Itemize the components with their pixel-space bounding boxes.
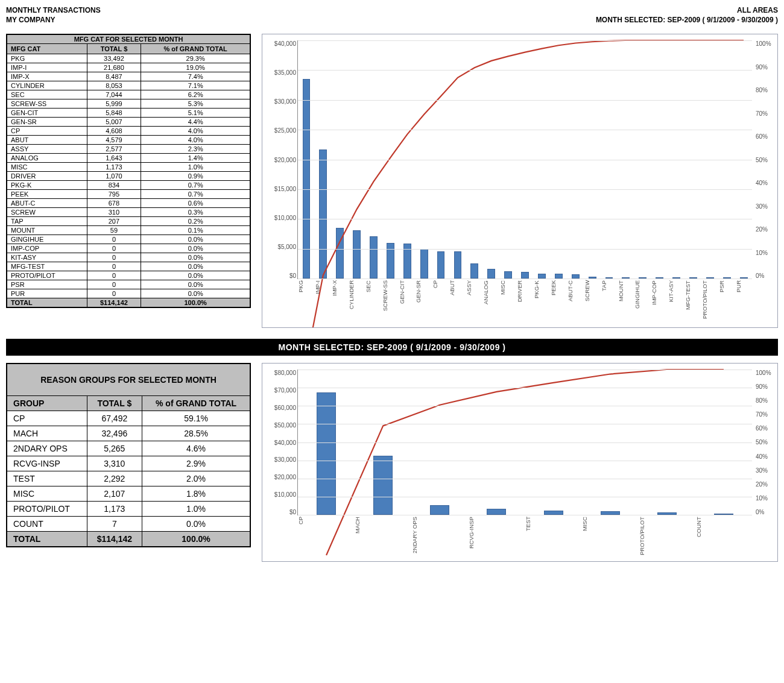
cell-cat: ABUT-C [7, 199, 87, 208]
cell-cat: PSR [7, 280, 87, 289]
mfg-total-value: $114,142 [87, 298, 141, 308]
cell-cat: MACH [7, 426, 87, 441]
cell-pct: 0.0% [141, 244, 250, 253]
cell-cat: MOUNT [7, 226, 87, 235]
reason-total-value: $114,142 [87, 532, 142, 547]
cell-pct: 7.1% [141, 81, 250, 90]
x-axis-label: RCVG-INSP [468, 517, 525, 559]
cell-total: 310 [87, 208, 141, 217]
cell-pct: 1.4% [141, 154, 250, 163]
reason-total-pct: 100.0% [142, 532, 250, 547]
cell-pct: 2.0% [142, 471, 250, 486]
cell-pct: 0.0% [141, 262, 250, 271]
table-row: ASSY2,5772.3% [7, 145, 250, 154]
cell-total: 0 [87, 262, 141, 271]
cell-total: 207 [87, 217, 141, 226]
cell-pct: 6.2% [141, 90, 250, 99]
cell-pct: 5.1% [141, 109, 250, 118]
table-row: CP4,6084.0% [7, 127, 250, 136]
cell-cat: GEN-SR [7, 118, 87, 127]
table-row: SCREW-SS5,9995.3% [7, 99, 250, 109]
x-axis-label: SCREW-SS [382, 280, 399, 325]
cell-pct: 5.3% [141, 99, 250, 109]
x-axis-label: SEC [365, 280, 382, 325]
x-axis-label: SCREW [584, 280, 601, 325]
cell-total: 59 [87, 226, 141, 235]
cell-total: 0 [87, 280, 141, 289]
cell-total: 1,173 [87, 502, 142, 517]
table-row: KIT-ASY00.0% [7, 253, 250, 262]
x-axis-label: TEST [525, 517, 581, 559]
chart2-y-right: 100%90%80%70%60%50%40%30%20%10%0% [753, 370, 777, 515]
x-axis-label: ASSY [466, 280, 482, 325]
table-row: IMP-X8,4877.4% [7, 72, 250, 81]
cell-pct: 0.0% [141, 235, 250, 244]
cell-total: 678 [87, 199, 141, 208]
cell-cat: SCREW-SS [7, 99, 87, 109]
cell-total: 2,292 [87, 471, 142, 486]
reason-col-group: GROUP [7, 396, 87, 411]
cell-pct: 0.0% [141, 280, 250, 289]
cell-total: 0 [87, 235, 141, 244]
table-row: TAP2070.2% [7, 217, 250, 226]
table-row: MFG-TEST00.0% [7, 262, 250, 271]
cell-pct: 0.3% [141, 208, 250, 217]
table-row: TEST2,2922.0% [7, 471, 250, 486]
cell-pct: 4.0% [141, 136, 250, 145]
x-axis-label: DRIVER [516, 280, 533, 325]
mfg-total-pct: 100.0% [141, 298, 250, 308]
table-row: CYLINDER8,0537.1% [7, 81, 250, 90]
x-axis-label: MISC [499, 280, 516, 325]
x-axis-label: ABUT-C [567, 280, 584, 325]
x-axis-label: CP [297, 517, 354, 559]
cell-pct: 29.3% [141, 54, 250, 63]
cell-cat: CYLINDER [7, 81, 87, 90]
cell-pct: 4.4% [141, 118, 250, 127]
x-axis-label: PKG-K [533, 280, 550, 325]
section-divider-band: MONTH SELECTED: SEP-2009 ( 9/1/2009 - 9/… [6, 339, 778, 356]
reason-table-title: REASON GROUPS FOR SELECTED MONTH [7, 364, 250, 396]
reason-total-label: TOTAL [7, 532, 87, 547]
chart2-y-left: $80,000$70,000$60,000$50,000$40,000$30,0… [262, 370, 296, 515]
cell-total: 8,487 [87, 72, 141, 81]
cell-pct: 0.7% [141, 190, 250, 199]
mfg-section: MFG CAT FOR SELECTED MONTH MFG CAT TOTAL… [6, 34, 778, 328]
x-axis-label: PEEK [550, 280, 567, 325]
cell-cat: PUR [7, 289, 87, 298]
x-axis-label: TAP [601, 280, 618, 325]
table-row: MISC1,1731.0% [7, 163, 250, 172]
x-axis-label: KIT-ASY [668, 280, 684, 325]
table-row: ABUT4,5794.0% [7, 136, 250, 145]
table-row: PUR00.0% [7, 289, 250, 298]
x-axis-label: ABUT [449, 280, 466, 325]
table-row: CP67,49259.1% [7, 411, 250, 426]
x-axis-label: IMP-X [331, 280, 348, 325]
table-row: DRIVER1,0700.9% [7, 172, 250, 181]
cell-total: 5,265 [87, 441, 142, 456]
cell-cat: SEC [7, 90, 87, 99]
cell-total: 32,496 [87, 426, 142, 441]
table-row: PKG-K8340.7% [7, 181, 250, 190]
cell-total: 7,044 [87, 90, 141, 99]
cell-total: 0 [87, 253, 141, 262]
mfg-col-total: TOTAL $ [87, 44, 141, 54]
table-row: MISC2,1071.8% [7, 486, 250, 502]
x-axis-label: MFG-TEST [684, 280, 701, 325]
cell-pct: 1.0% [141, 163, 250, 172]
x-axis-label: GINGIHUE [634, 280, 651, 325]
table-row: PKG33,49229.3% [7, 54, 250, 63]
cell-cat: SCREW [7, 208, 87, 217]
cell-cat: DRIVER [7, 172, 87, 181]
cell-total: 21,680 [87, 63, 141, 72]
cell-cat: GEN-CIT [7, 109, 87, 118]
table-row: GINGIHUE00.0% [7, 235, 250, 244]
chart1-y-left: $40,000$35,000$30,000$25,000$20,000$15,0… [262, 40, 296, 279]
table-row: 2NDARY OPS5,2654.6% [7, 441, 250, 456]
cell-pct: 19.0% [141, 63, 250, 72]
table-row: IMP-COP00.0% [7, 244, 250, 253]
x-axis-label: PROTO/PILOT [701, 280, 718, 325]
cell-cat: PKG-K [7, 181, 87, 190]
header-month-selected: MONTH SELECTED: SEP-2009 ( 9/1/2009 - 9/… [596, 16, 778, 24]
reason-col-total: TOTAL $ [87, 396, 142, 411]
reason-section: REASON GROUPS FOR SELECTED MONTH GROUP T… [6, 363, 778, 562]
